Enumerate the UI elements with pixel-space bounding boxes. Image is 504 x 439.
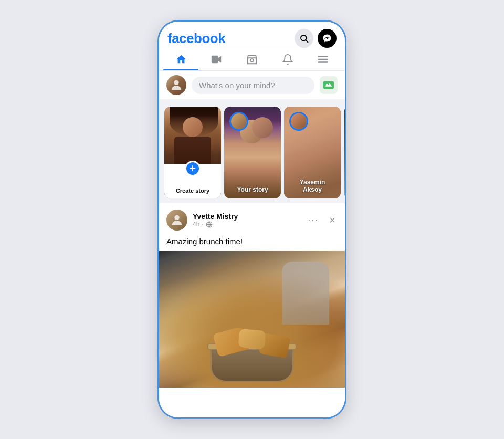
create-story-bottom: + Create story bbox=[164, 164, 221, 199]
post-time: 4h bbox=[193, 221, 200, 228]
post-user-info: Yvette Mistry 4h · bbox=[193, 212, 238, 228]
search-icon bbox=[299, 34, 309, 43]
tab-notifications[interactable] bbox=[270, 48, 306, 70]
tab-marketplace[interactable] bbox=[234, 48, 270, 70]
your-story-avatar bbox=[231, 113, 247, 129]
post-header: Yvette Mistry 4h · ··· × bbox=[159, 203, 345, 235]
tab-home[interactable] bbox=[163, 48, 199, 70]
your-story-card[interactable]: Your story bbox=[224, 107, 281, 198]
home-icon bbox=[175, 54, 187, 65]
video-icon bbox=[211, 54, 222, 65]
facebook-logo: facebook bbox=[167, 30, 225, 47]
post-close-button[interactable]: × bbox=[327, 212, 338, 228]
post-author-avatar[interactable] bbox=[166, 210, 187, 231]
photo-icon bbox=[323, 79, 334, 91]
create-story-photo bbox=[164, 107, 221, 166]
arm-overlay bbox=[282, 262, 329, 325]
photo-video-button[interactable] bbox=[320, 76, 338, 94]
public-globe-icon bbox=[206, 221, 213, 228]
svg-point-10 bbox=[174, 215, 179, 220]
create-story-label: Create story bbox=[176, 187, 209, 194]
yasemin-avatar-ring bbox=[289, 112, 308, 131]
your-story-label: Your story bbox=[224, 186, 281, 193]
post-card: Yvette Mistry 4h · ··· × Amazing brunch … bbox=[159, 203, 345, 417]
create-story-background: + Create story bbox=[164, 107, 221, 198]
tab-video[interactable] bbox=[199, 48, 235, 70]
user-avatar[interactable] bbox=[166, 75, 186, 95]
marketplace-icon bbox=[246, 54, 258, 65]
search-button[interactable] bbox=[295, 29, 313, 48]
messenger-icon bbox=[322, 34, 332, 43]
avatar-silhouette bbox=[170, 213, 184, 227]
yasemin-story-label: Yasemin Aksoy bbox=[284, 179, 341, 193]
yasemin-avatar bbox=[291, 113, 307, 129]
header-icons bbox=[295, 29, 337, 48]
post-header-left: Yvette Mistry 4h · bbox=[166, 210, 238, 231]
yasemin-story-background: Yasemin Aksoy bbox=[284, 107, 341, 198]
post-image bbox=[159, 251, 345, 388]
svg-point-7 bbox=[174, 80, 178, 85]
tab-menu[interactable] bbox=[305, 48, 341, 70]
create-story-card[interactable]: + Create story bbox=[164, 107, 221, 198]
post-menu-button[interactable]: ··· bbox=[306, 213, 321, 228]
phone-frame: facebook bbox=[158, 20, 346, 419]
post-header-right: ··· × bbox=[306, 212, 338, 228]
svg-line-1 bbox=[306, 40, 308, 42]
post-meta: 4h · bbox=[193, 221, 238, 228]
app-header: facebook bbox=[159, 22, 345, 48]
post-text: Amazing brunch time! bbox=[159, 235, 345, 251]
post-composer: What's on your mind? bbox=[159, 71, 345, 102]
basket-illustration bbox=[205, 325, 299, 388]
svg-point-3 bbox=[250, 59, 254, 62]
your-story-background: Your story bbox=[224, 107, 281, 198]
create-story-plus-icon: + bbox=[185, 161, 201, 176]
post-separator: · bbox=[202, 221, 203, 228]
bell-icon bbox=[282, 54, 293, 65]
fourth-story-photo bbox=[344, 107, 345, 198]
messenger-button[interactable] bbox=[318, 29, 337, 48]
menu-icon bbox=[317, 54, 329, 65]
yasemin-story-card[interactable]: Yasemin Aksoy bbox=[284, 107, 341, 198]
svg-rect-2 bbox=[212, 56, 218, 64]
nav-tabs bbox=[159, 48, 345, 71]
post-author-name: Yvette Mistry bbox=[193, 212, 238, 221]
whats-on-mind-input[interactable]: What's on your mind? bbox=[192, 77, 314, 94]
stories-section: + Create story Your story bbox=[159, 102, 345, 203]
fourth-story-card[interactable] bbox=[344, 107, 345, 198]
story-avatar-ring bbox=[229, 112, 248, 131]
